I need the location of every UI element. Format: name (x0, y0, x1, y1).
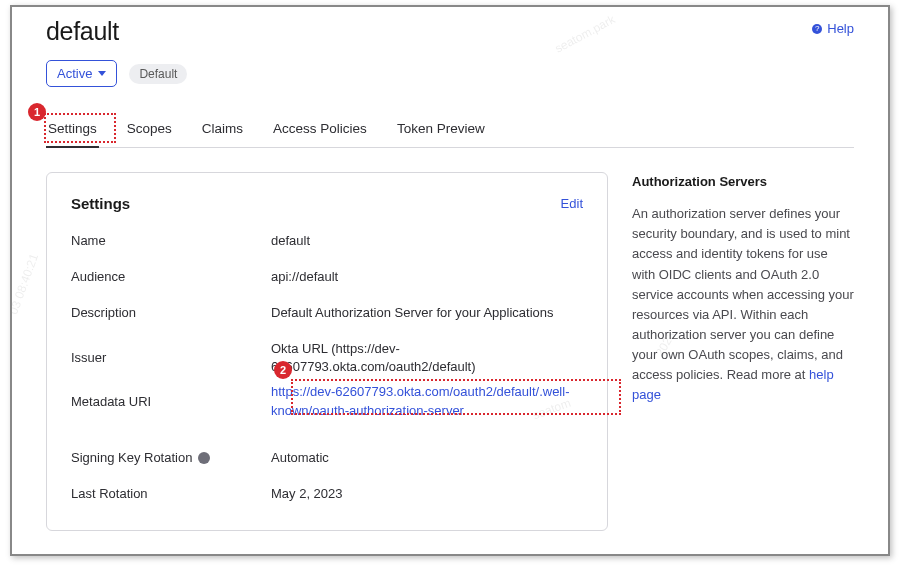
callout-badge-1: 1 (28, 103, 46, 121)
default-badge: Default (129, 64, 187, 84)
label-description: Description (71, 304, 271, 323)
settings-panel: Settings Edit Name default Audience api:… (46, 172, 608, 531)
header-row: default ? Help (46, 17, 854, 46)
metadata-link[interactable]: https://dev-62607793.okta.com/oauth2/def… (271, 384, 569, 418)
sidebar: Authorization Servers An authorization s… (632, 172, 854, 531)
sidebar-body-text: An authorization server defines your sec… (632, 206, 854, 382)
row-name: Name default (71, 232, 583, 251)
row-lastrot: Last Rotation May 2, 2023 (71, 485, 583, 504)
status-dropdown[interactable]: Active (46, 60, 117, 87)
value-issuer: Okta URL (https://dev-62607793.okta.com/… (271, 340, 583, 378)
label-signing: Signing Key Rotation (71, 449, 271, 468)
row-audience: Audience api://default (71, 268, 583, 287)
app-frame: default ? Help Active Default Settings S… (10, 5, 890, 556)
tab-token-preview[interactable]: Token Preview (395, 111, 487, 147)
tab-claims[interactable]: Claims (200, 111, 245, 147)
label-signing-text: Signing Key Rotation (71, 449, 192, 468)
row-signing: Signing Key Rotation Automatic (71, 449, 583, 468)
edit-link[interactable]: Edit (561, 196, 583, 211)
sidebar-heading: Authorization Servers (632, 172, 854, 192)
info-icon[interactable] (198, 452, 210, 464)
value-lastrot: May 2, 2023 (271, 485, 583, 504)
row-description: Description Default Authorization Server… (71, 304, 583, 323)
tab-access-policies[interactable]: Access Policies (271, 111, 369, 147)
label-name: Name (71, 232, 271, 251)
sidebar-body: An authorization server defines your sec… (632, 204, 854, 405)
value-description: Default Authorization Server for your Ap… (271, 304, 583, 323)
callout-badge-2: 2 (274, 361, 292, 379)
label-metadata: Metadata URI (71, 383, 271, 421)
help-label: Help (827, 21, 854, 36)
help-icon: ? (812, 24, 822, 34)
tab-scopes[interactable]: Scopes (125, 111, 174, 147)
label-audience: Audience (71, 268, 271, 287)
tab-settings[interactable]: Settings (46, 111, 99, 148)
page-title: default (46, 17, 119, 46)
help-link[interactable]: ? Help (812, 21, 854, 36)
status-label: Active (57, 66, 92, 81)
row-metadata: Metadata URI https://dev-62607793.okta.c… (71, 383, 583, 421)
chevron-down-icon (98, 71, 106, 76)
status-row: Active Default (46, 60, 854, 87)
panel-title: Settings (71, 195, 130, 212)
panel-header: Settings Edit (71, 195, 583, 212)
label-lastrot: Last Rotation (71, 485, 271, 504)
content-area: default ? Help Active Default Settings S… (12, 7, 888, 551)
main-row: Settings Edit Name default Audience api:… (46, 172, 854, 531)
value-signing: Automatic (271, 449, 583, 468)
label-issuer: Issuer (71, 340, 271, 378)
value-name: default (271, 232, 583, 251)
tabs: Settings Scopes Claims Access Policies T… (46, 111, 854, 148)
value-metadata: https://dev-62607793.okta.com/oauth2/def… (271, 383, 583, 421)
value-audience: api://default (271, 268, 583, 287)
row-issuer: Issuer Okta URL (https://dev-62607793.ok… (71, 340, 583, 378)
